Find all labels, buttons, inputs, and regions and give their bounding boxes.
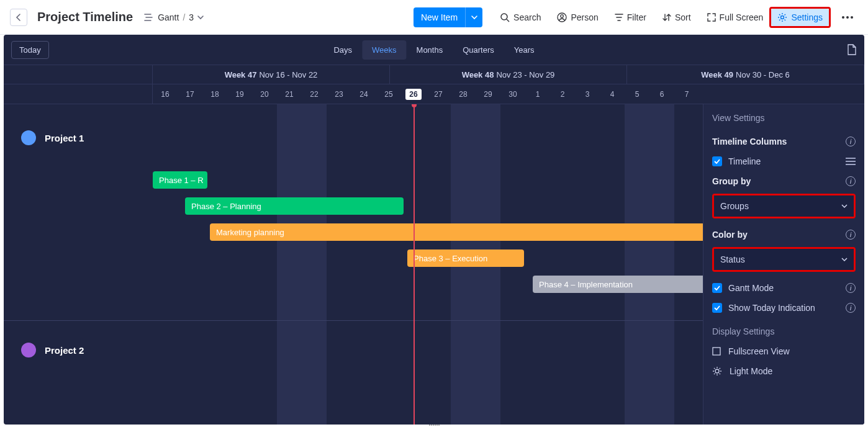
scale-days[interactable]: Days [323,40,362,60]
checkbox-icon [712,283,722,293]
group-by-value: Groups [720,201,749,211]
panel-title: View Settings [712,113,856,123]
color-by-select[interactable]: Status [714,249,854,270]
chevron-down-icon [471,15,477,20]
group-header-project-2[interactable]: Project 2 [4,331,84,369]
day-cell: 28 [451,84,476,104]
resize-handle[interactable] [425,423,443,427]
grid-col [252,104,277,425]
settings-label: Settings [791,12,823,22]
group-by-label: Group by [712,176,751,186]
more-icon [842,16,853,19]
filter-label: Filter [627,12,646,22]
day-cell: 21 [277,84,302,104]
light-mode-item[interactable]: Light Mode [712,361,856,381]
day-cell: 16 [153,84,178,104]
day-cell: 2 [550,84,575,104]
gantt-bar[interactable]: Marketing planning [210,223,756,241]
week-cell: Week 48 Nov 23 - Nov 29 [390,65,627,84]
day-cell: 19 [227,84,252,104]
sort-icon [662,13,671,22]
color-by-value: Status [720,254,745,264]
light-mode-label: Light Mode [730,366,772,376]
view-name: Gantt [158,12,179,22]
group-color-dot [21,130,36,145]
view-settings-panel: View Settings Timeline Columns i Timelin… [703,104,864,425]
scalebar: Today DaysWeeksMonthsQuartersYears [4,35,864,65]
svg-point-8 [715,369,719,373]
more-button[interactable] [837,12,858,22]
export-button[interactable] [847,44,857,55]
info-icon[interactable]: i [846,230,856,240]
grid-col [178,104,202,425]
info-icon[interactable]: i [846,176,856,186]
filter-button[interactable]: Filter [608,9,653,26]
day-cell: 18 [202,84,227,104]
fullscreen-view-item[interactable]: Fullscreen View [712,341,856,361]
gantt-mode-checkbox[interactable]: Gantt Mode i [712,278,856,298]
sort-label: Sort [675,12,691,22]
scale-years[interactable]: Years [504,40,545,60]
today-button[interactable]: Today [11,41,49,59]
scale-months[interactable]: Months [407,40,453,60]
gantt-mode-label: Gantt Mode [728,283,774,293]
new-item-button[interactable]: New Item [414,7,482,27]
gantt-bar[interactable]: Phase 3 – Execution [407,249,524,267]
scale-quarters[interactable]: Quarters [453,40,504,60]
show-today-label: Show Today Indication [728,303,815,313]
grid-col [302,104,327,425]
day-cell: 20 [252,84,277,104]
group-by-select[interactable]: Groups [714,196,854,217]
svg-point-5 [846,16,849,19]
day-cell: 30 [500,84,525,104]
day-cell: 23 [327,84,351,104]
group-header-project-1[interactable]: Project 1 [4,119,84,156]
info-icon[interactable]: i [846,283,856,293]
timeline-checkbox[interactable]: Timeline [712,151,856,171]
info-icon[interactable]: i [846,137,856,146]
day-header: 1617181920212223242526272829301234567 [4,84,864,104]
svg-point-2 [561,14,564,17]
group-color-dot [21,343,36,357]
grid-col [153,104,178,425]
gantt-icon [144,13,154,22]
day-cell: 3 [575,84,600,104]
gantt-bar[interactable]: Phase 1 – R [153,171,207,189]
timeline-columns-label: Timeline Columns [712,137,787,146]
gantt-canvas: Today DaysWeeksMonthsQuartersYears Week … [4,35,864,425]
search-button[interactable]: Search [494,9,547,26]
view-count: 3 [189,12,194,22]
new-item-dropdown[interactable] [465,7,482,27]
svg-point-6 [851,16,853,19]
week-header: Week 47 Nov 16 - Nov 22Week 48 Nov 23 - … [4,65,864,84]
info-icon[interactable]: i [846,303,856,313]
fullscreen-label: Full Screen [720,12,764,22]
back-button[interactable] [10,9,27,26]
gear-icon [777,12,787,22]
timeline-columns-row: Timeline Columns i [712,132,856,151]
svg-point-3 [781,16,784,19]
day-cell: 27 [426,84,451,104]
day-cell: 22 [302,84,327,104]
grid-col [227,104,252,425]
grid-col [525,104,550,425]
fullscreen-button[interactable]: Full Screen [701,9,770,26]
topbar: Project Timeline Gantt / 3 New Item Sear… [0,0,868,35]
sort-button[interactable]: Sort [656,9,697,26]
display-settings-title: Display Settings [712,326,856,336]
settings-highlight: Settings [769,7,831,28]
checkbox-icon [712,156,722,166]
day-cell: 6 [649,84,674,104]
color-by-label: Color by [712,230,748,240]
scale-weeks[interactable]: Weeks [362,40,407,60]
chevron-down-icon [841,258,848,261]
person-button[interactable]: Person [551,9,604,26]
gantt-bar[interactable]: Phase 2 – Planning [185,197,404,215]
settings-button[interactable]: Settings [771,9,829,26]
show-today-checkbox[interactable]: Show Today Indication i [712,298,856,318]
search-label: Search [513,12,541,22]
view-selector[interactable]: Gantt / 3 [144,12,204,22]
sun-icon [712,366,722,376]
today-indicator [414,104,415,425]
day-cell: 26 [401,84,426,104]
